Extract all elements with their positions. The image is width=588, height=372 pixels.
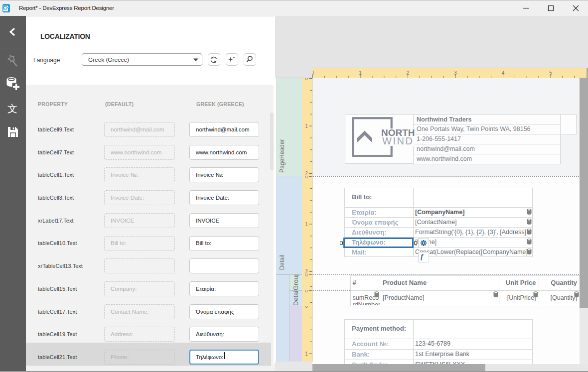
svg-text:1: 1 bbox=[305, 124, 308, 129]
svg-text:1: 1 bbox=[359, 70, 362, 76]
svg-text:1: 1 bbox=[305, 351, 308, 357]
svg-text:0: 0 bbox=[305, 306, 308, 309]
svg-text:0: 0 bbox=[305, 274, 308, 277]
svg-text:0: 0 bbox=[305, 176, 308, 179]
svg-text:3: 3 bbox=[454, 70, 457, 76]
svg-text:0: 0 bbox=[305, 290, 308, 293]
svg-text:4: 4 bbox=[502, 70, 505, 76]
svg-text:2: 2 bbox=[407, 70, 410, 76]
svg-text:2: 2 bbox=[305, 269, 308, 274]
svg-text:0: 0 bbox=[312, 70, 314, 76]
svg-text:0: 0 bbox=[305, 78, 308, 81]
svg-text:2: 2 bbox=[305, 171, 308, 176]
svg-text:1: 1 bbox=[305, 222, 308, 227]
svg-text:5: 5 bbox=[549, 70, 552, 76]
